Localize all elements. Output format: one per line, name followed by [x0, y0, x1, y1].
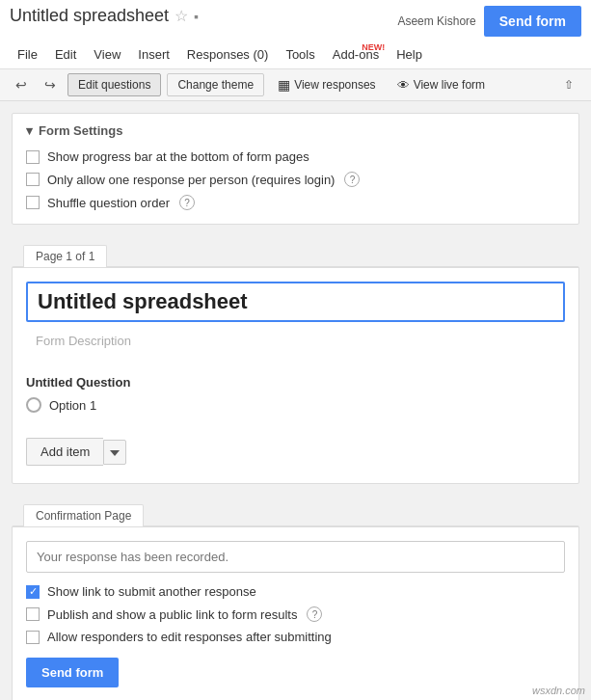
confirmation-options: ✓ Show link to submit another response P… [26, 584, 565, 644]
confirmation-body: ✓ Show link to submit another response P… [13, 526, 578, 700]
shuffle-order-checkbox[interactable] [26, 196, 40, 209]
progress-bar-checkbox[interactable] [26, 150, 40, 164]
watermark: wsxdn.com [532, 685, 585, 696]
form-settings-body: Show progress bar at the bottom of form … [13, 146, 578, 224]
collapse-toolbar-button[interactable]: ⇧ [556, 74, 581, 95]
form-settings-card: ▾ Form Settings Show progress bar at the… [12, 113, 579, 225]
add-item-dropdown-button[interactable] [103, 440, 126, 465]
one-response-help-icon[interactable]: ? [344, 172, 360, 187]
spreadsheet-title: Untitled spreadsheet [10, 6, 169, 26]
menu-addons[interactable]: Add-ons NEW! [325, 44, 387, 65]
edit-responses-checkbox[interactable] [26, 631, 40, 644]
eye-icon: 👁 [397, 78, 410, 93]
question-section: Untitled Question Option 1 [26, 367, 565, 422]
menu-insert[interactable]: Insert [130, 44, 177, 65]
one-response-checkbox[interactable] [26, 173, 40, 186]
collapse-triangle-icon: ▾ [26, 123, 33, 138]
shuffle-order-help-icon[interactable]: ? [179, 195, 195, 210]
page-card-body: Form Description Untitled Question Optio… [13, 267, 578, 483]
progress-bar-option[interactable]: Show progress bar at the bottom of form … [26, 149, 565, 164]
menu-responses[interactable]: Responses (0) [179, 44, 277, 65]
one-response-label: Only allow one response per person (requ… [47, 173, 335, 187]
page-tab[interactable]: Page 1 of 1 [23, 245, 107, 267]
menu-file[interactable]: File [10, 44, 45, 65]
add-item-button[interactable]: Add item [26, 438, 103, 466]
shuffle-order-option[interactable]: Shuffle question order ? [26, 195, 565, 210]
question-title: Untitled Question [26, 375, 565, 390]
submit-link-option[interactable]: ✓ Show link to submit another response [26, 584, 565, 599]
menu-bar: File Edit View Insert Responses (0) Tool… [0, 40, 591, 69]
send-form-button-bottom[interactable]: Send form [26, 658, 119, 687]
radio-button-option1[interactable] [26, 397, 41, 413]
main-content: ▾ Form Settings Show progress bar at the… [0, 101, 591, 700]
public-link-label: Publish and show a public link to form r… [47, 607, 297, 622]
public-link-checkbox[interactable] [26, 607, 40, 621]
redo-button[interactable]: ↪ [39, 75, 62, 94]
username: Aseem Kishore [397, 14, 475, 28]
view-responses-button[interactable]: ▦ View responses [270, 73, 384, 96]
page-card-container: Page 1 of 1 Form Description Untitled Qu… [12, 236, 579, 484]
confirmation-tab[interactable]: Confirmation Page [23, 504, 144, 526]
form-description-placeholder[interactable]: Form Description [26, 330, 565, 356]
edit-questions-button[interactable]: Edit questions [67, 73, 161, 96]
form-title-input[interactable] [26, 282, 565, 322]
add-item-arrow-icon [110, 446, 120, 458]
change-theme-button[interactable]: Change theme [167, 73, 264, 96]
submit-link-label: Show link to submit another response [47, 584, 256, 599]
menu-help[interactable]: Help [389, 44, 430, 65]
toolbar: ↩ ↪ Edit questions Change theme ▦ View r… [0, 69, 591, 101]
page-card: Form Description Untitled Question Optio… [12, 266, 579, 484]
add-item-area: Add item [26, 438, 565, 466]
confirmation-response-input[interactable] [26, 541, 565, 573]
one-response-option[interactable]: Only allow one response per person (requ… [26, 172, 565, 187]
form-settings-header[interactable]: ▾ Form Settings [13, 114, 578, 146]
menu-edit[interactable]: Edit [47, 44, 84, 65]
option-row: Option 1 [26, 397, 565, 413]
folder-icon[interactable]: ▪ [194, 9, 199, 24]
menu-tools[interactable]: Tools [278, 44, 322, 65]
view-live-form-button[interactable]: 👁 View live form [390, 74, 493, 96]
shuffle-order-label: Shuffle question order [47, 196, 170, 210]
edit-responses-option[interactable]: Allow responders to edit responses after… [26, 630, 565, 644]
star-icon[interactable]: ☆ [175, 7, 188, 25]
undo-button[interactable]: ↩ [10, 75, 33, 94]
form-settings-label: Form Settings [39, 123, 122, 138]
option-label-1: Option 1 [49, 398, 96, 413]
addons-badge: NEW! [362, 42, 385, 52]
progress-bar-label: Show progress bar at the bottom of form … [47, 149, 309, 164]
send-form-button-top[interactable]: Send form [484, 6, 581, 37]
edit-responses-label: Allow responders to edit responses after… [47, 630, 332, 644]
public-link-help-icon[interactable]: ? [307, 606, 322, 622]
menu-view[interactable]: View [86, 44, 128, 65]
confirmation-page-container: Confirmation Page ✓ Show link to submit … [12, 496, 579, 700]
confirmation-card: ✓ Show link to submit another response P… [12, 525, 579, 700]
table-icon: ▦ [278, 77, 290, 93]
submit-link-checkbox[interactable]: ✓ [26, 585, 40, 599]
public-link-option[interactable]: Publish and show a public link to form r… [26, 606, 565, 622]
